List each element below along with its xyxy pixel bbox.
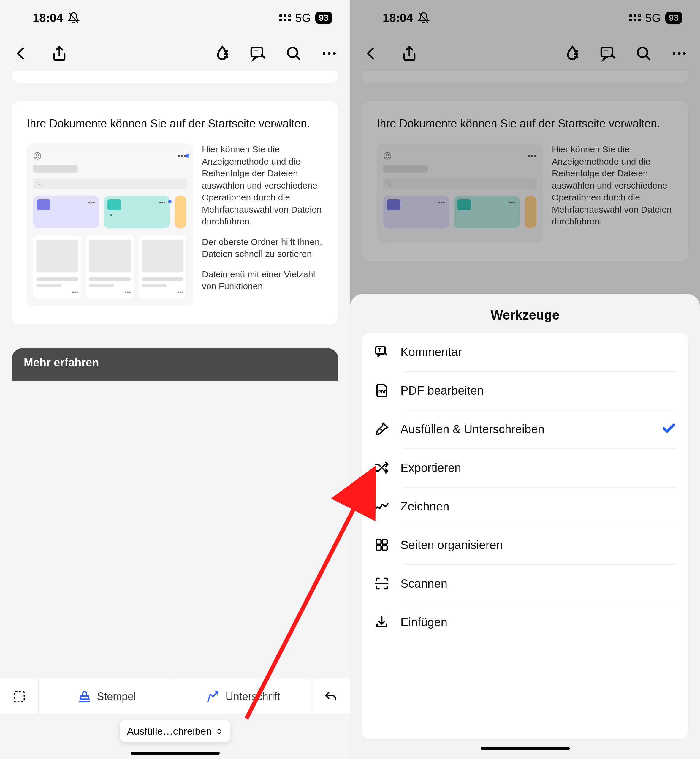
svg-point-18 bbox=[388, 182, 391, 185]
preview-folder: ••• bbox=[454, 196, 520, 228]
home-screen-preview: ••• ••• ✕••• ••• ••• ••• bbox=[27, 144, 193, 307]
preview-folder: ••• bbox=[383, 196, 449, 228]
status-time: 18:04 bbox=[33, 11, 63, 25]
pdf-icon: PDF bbox=[374, 382, 390, 399]
preview-folder bbox=[525, 196, 536, 228]
sheet-title: Werkzeuge bbox=[362, 308, 688, 322]
onboarding-title: Ihre Dokumente können Sie auf der Starts… bbox=[377, 116, 673, 131]
tool-fill-sign[interactable]: Ausfüllen & Unterschreiben bbox=[362, 410, 688, 448]
signature-tool-button[interactable]: Unterschrift bbox=[175, 679, 312, 714]
search-placeholder-icon bbox=[33, 178, 186, 189]
svg-point-22 bbox=[380, 429, 382, 430]
annotation-text: Dateimenü mit einer Vielzahl von Funktio… bbox=[202, 268, 323, 293]
preview-more-icon: ••• bbox=[178, 151, 186, 161]
top-toolbar: T bbox=[0, 36, 350, 71]
network-label: 5G bbox=[295, 11, 311, 25]
network-label: 5G bbox=[645, 11, 661, 25]
svg-text:T: T bbox=[605, 49, 608, 56]
checkmark-icon bbox=[661, 421, 676, 437]
comment-tool-button[interactable]: T bbox=[249, 45, 267, 63]
status-bar: 18:04 5G 93 bbox=[0, 0, 350, 36]
tool-label: Einfügen bbox=[400, 615, 447, 629]
svg-point-17 bbox=[386, 154, 389, 156]
tool-edit-pdf[interactable]: PDF PDF bearbeiten bbox=[362, 371, 688, 410]
stamp-tool-button[interactable]: Stempel bbox=[39, 679, 175, 714]
onboarding-title: Ihre Dokumente können Sie auf der Starts… bbox=[27, 116, 323, 131]
silent-mode-icon bbox=[68, 12, 80, 24]
onboarding-card: Ihre Dokumente können Sie auf der Starts… bbox=[362, 101, 688, 261]
scribble-icon bbox=[374, 498, 390, 514]
home-indicator bbox=[131, 751, 220, 755]
tool-comment[interactable]: T Kommentar bbox=[362, 333, 688, 371]
tool-export[interactable]: Exportieren bbox=[362, 448, 688, 487]
annotation-text: Hier können Sie die Anzeigemethode und d… bbox=[202, 144, 323, 228]
share-button[interactable] bbox=[400, 45, 418, 63]
search-button[interactable] bbox=[285, 45, 303, 63]
annotation-text: Hier können Sie die Anzeigemethode und d… bbox=[552, 144, 673, 228]
tool-scan[interactable]: Scannen bbox=[362, 564, 688, 603]
preview-more-icon: ••• bbox=[528, 151, 536, 161]
svg-point-3 bbox=[323, 52, 325, 55]
svg-point-7 bbox=[36, 154, 39, 156]
more-button[interactable] bbox=[670, 45, 688, 63]
current-mode-selector[interactable]: Ausfülle…chreiben bbox=[120, 720, 230, 742]
home-screen-preview: ••• ••• ••• bbox=[377, 144, 543, 243]
preview-folder: ••• bbox=[33, 196, 99, 228]
svg-text:T: T bbox=[255, 49, 258, 56]
back-button[interactable] bbox=[12, 45, 30, 63]
home-indicator bbox=[481, 747, 570, 750]
comment-tool-button[interactable]: T bbox=[599, 45, 617, 63]
ink-tool-button[interactable] bbox=[563, 45, 581, 63]
svg-text:PDF: PDF bbox=[378, 390, 386, 394]
selection-tool-button[interactable] bbox=[0, 679, 39, 714]
silent-mode-icon bbox=[418, 12, 430, 24]
preview-document: ••• bbox=[33, 235, 81, 299]
shuffle-icon bbox=[374, 460, 390, 476]
tool-label: Kommentar bbox=[400, 345, 462, 359]
tool-label: Zeichnen bbox=[400, 500, 450, 513]
svg-rect-23 bbox=[377, 540, 381, 544]
svg-rect-26 bbox=[382, 546, 387, 550]
fill-sign-toolbar: Stempel Unterschrift bbox=[0, 679, 350, 714]
avatar-icon bbox=[383, 152, 392, 160]
previous-card-edge bbox=[362, 71, 688, 83]
chevron-up-down-icon bbox=[215, 727, 223, 736]
status-time: 18:04 bbox=[383, 11, 413, 25]
undo-button[interactable] bbox=[311, 679, 350, 714]
onboarding-card: Ihre Dokumente können Sie auf der Starts… bbox=[12, 101, 338, 324]
status-bar: 18:04 5G 93 bbox=[350, 0, 700, 36]
tool-organize-pages[interactable]: Seiten organisieren bbox=[362, 526, 688, 564]
tool-draw[interactable]: Zeichnen bbox=[362, 487, 688, 526]
search-button[interactable] bbox=[635, 45, 653, 63]
right-screenshot: 18:04 5G 93 T Ihre Dokumente können Sie … bbox=[350, 0, 700, 759]
preview-document: ••• bbox=[139, 235, 186, 299]
stamp-label: Stempel bbox=[97, 690, 136, 703]
back-button[interactable] bbox=[362, 45, 380, 63]
ink-tool-button[interactable] bbox=[213, 45, 231, 63]
signature-label: Unterschrift bbox=[226, 690, 280, 703]
cellular-signal-icon bbox=[629, 14, 641, 21]
tools-sheet: Werkzeuge T Kommentar PDF PDF bearbeiten… bbox=[350, 294, 700, 759]
svg-rect-24 bbox=[382, 540, 387, 544]
tool-insert[interactable]: Einfügen bbox=[362, 603, 688, 642]
preview-folder: ✕••• bbox=[104, 196, 170, 228]
pen-nib-icon bbox=[374, 421, 390, 437]
scan-icon bbox=[374, 576, 390, 592]
tool-label: Exportieren bbox=[400, 461, 461, 474]
svg-text:T: T bbox=[378, 348, 381, 353]
share-button[interactable] bbox=[50, 45, 68, 63]
left-screenshot: 18:04 5G 93 T Ihre Dokumente können Sie … bbox=[0, 0, 350, 759]
title-placeholder bbox=[383, 165, 428, 172]
battery-badge: 93 bbox=[665, 12, 682, 24]
grid-icon bbox=[374, 537, 390, 553]
learn-more-button[interactable]: Mehr erfahren bbox=[12, 348, 338, 381]
top-toolbar: T bbox=[350, 36, 700, 71]
preview-document: ••• bbox=[86, 235, 134, 299]
import-icon bbox=[374, 614, 390, 630]
search-placeholder-icon bbox=[383, 178, 536, 189]
svg-point-13 bbox=[673, 52, 675, 55]
more-button[interactable] bbox=[320, 45, 338, 63]
tool-label: Seiten organisieren bbox=[400, 538, 503, 552]
svg-rect-25 bbox=[377, 546, 381, 550]
svg-point-14 bbox=[678, 52, 681, 55]
